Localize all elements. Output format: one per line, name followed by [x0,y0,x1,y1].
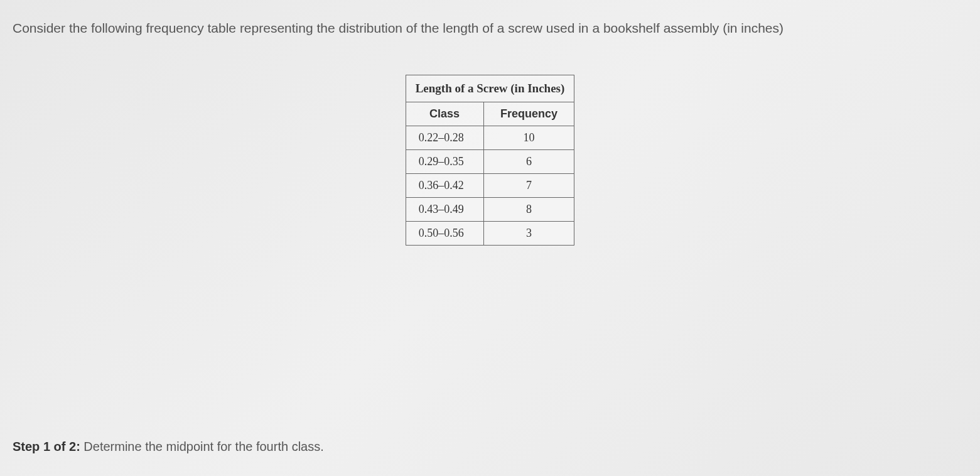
frequency-cell: 3 [483,222,574,246]
class-cell: 0.43–0.49 [406,198,483,222]
table-container: Length of a Screw (in Inches) Class Freq… [13,75,967,246]
class-header: Class [406,102,483,126]
frequency-cell: 7 [483,174,574,198]
class-cell: 0.36–0.42 [406,174,483,198]
step-instruction: Step 1 of 2: Determine the midpoint for … [13,440,324,454]
frequency-cell: 10 [483,126,574,150]
frequency-header: Frequency [483,102,574,126]
table-row: 0.50–0.56 3 [406,222,574,246]
frequency-table: Length of a Screw (in Inches) Class Freq… [406,75,575,246]
frequency-cell: 6 [483,150,574,174]
step-label: Step 1 of 2: [13,440,80,453]
table-row: 0.43–0.49 8 [406,198,574,222]
table-row: 0.22–0.28 10 [406,126,574,150]
table-title-row: Length of a Screw (in Inches) [406,75,574,102]
table-row: 0.36–0.42 7 [406,174,574,198]
question-text: Consider the following frequency table r… [13,19,967,37]
step-instruction-text: Determine the midpoint for the fourth cl… [80,440,324,453]
class-cell: 0.29–0.35 [406,150,483,174]
class-cell: 0.22–0.28 [406,126,483,150]
class-cell: 0.50–0.56 [406,222,483,246]
frequency-cell: 8 [483,198,574,222]
table-header-row: Class Frequency [406,102,574,126]
table-title: Length of a Screw (in Inches) [406,75,574,102]
table-row: 0.29–0.35 6 [406,150,574,174]
